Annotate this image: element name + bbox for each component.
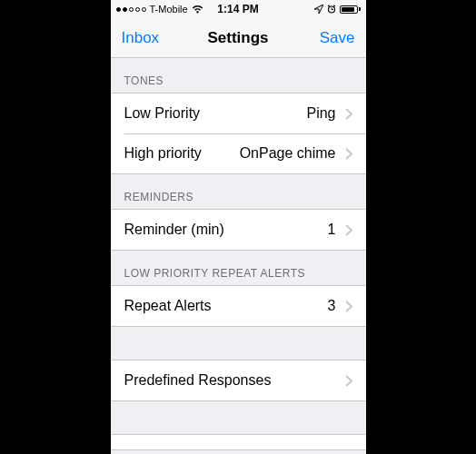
row-reminder-min[interactable]: Reminder (min) 1 xyxy=(111,210,366,250)
status-time: 1:14 PM xyxy=(217,3,258,15)
chevron-right-icon xyxy=(345,224,352,236)
section-header-reminders: REMINDERS xyxy=(111,174,366,209)
back-button[interactable]: Inbox xyxy=(122,29,160,47)
chevron-right-icon xyxy=(345,301,352,312)
chevron-right-icon xyxy=(345,375,352,387)
signal-dots-icon xyxy=(116,7,146,12)
wifi-icon xyxy=(192,5,203,14)
group-reminders: Reminder (min) 1 xyxy=(111,209,366,251)
carrier-label: T-Mobile xyxy=(150,4,188,15)
row-value: 1 xyxy=(328,222,336,238)
group-low-priority-repeat: Repeat Alerts 3 xyxy=(111,285,366,327)
row-value: Ping xyxy=(306,105,335,122)
page-title: Settings xyxy=(207,29,268,47)
alarm-icon xyxy=(327,5,336,14)
row-value: 3 xyxy=(328,298,336,314)
section-header-tones: TONES xyxy=(111,58,366,93)
row-label: Repeat Alerts xyxy=(124,298,328,314)
row-low-priority[interactable]: Low Priority Ping xyxy=(111,94,366,133)
settings-list: TONES Low Priority Ping High priority On… xyxy=(111,58,366,450)
group-extra xyxy=(111,434,366,450)
chevron-right-icon xyxy=(345,148,352,160)
chevron-right-icon xyxy=(345,108,352,120)
battery-icon xyxy=(340,5,361,14)
settings-screen: T-Mobile 1:14 PM Inbox Settings Save TON… xyxy=(111,0,366,454)
row-predefined-responses[interactable]: Predefined Responses xyxy=(111,360,366,400)
row-label: High priority xyxy=(124,145,240,162)
group-predefined: Predefined Responses xyxy=(111,360,366,401)
row-label: Low Priority xyxy=(124,105,307,122)
location-icon xyxy=(314,5,323,14)
row-repeat-alerts[interactable]: Repeat Alerts 3 xyxy=(111,286,366,326)
save-button[interactable]: Save xyxy=(320,29,355,47)
section-header-low-priority-repeat: LOW PRIORITY REPEAT ALERTS xyxy=(111,251,366,285)
row-high-priority[interactable]: High priority OnPage chime xyxy=(111,133,366,173)
row-label: Predefined Responses xyxy=(124,372,345,389)
group-tones: Low Priority Ping High priority OnPage c… xyxy=(111,93,366,174)
row-value: OnPage chime xyxy=(240,145,336,162)
nav-bar: Inbox Settings Save xyxy=(111,18,366,58)
row-label: Reminder (min) xyxy=(124,222,328,238)
gap xyxy=(111,327,366,360)
gap xyxy=(111,401,366,434)
status-bar: T-Mobile 1:14 PM xyxy=(111,0,366,18)
